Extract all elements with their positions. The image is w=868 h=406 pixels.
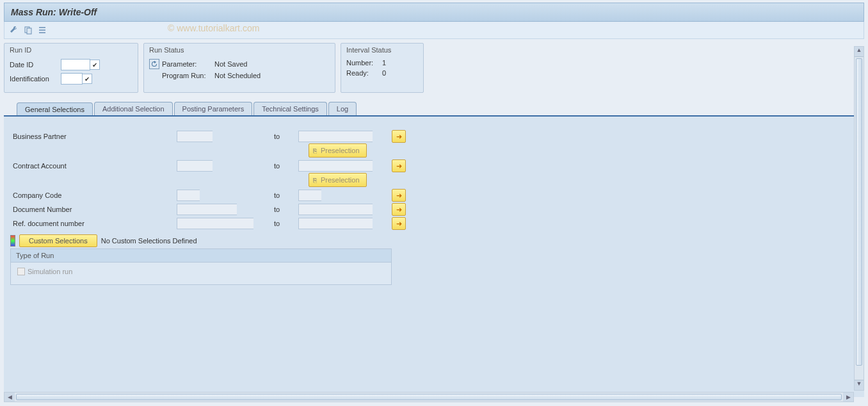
contract-account-from-input[interactable] xyxy=(177,160,213,172)
contract-account-multi-button[interactable]: ➜ xyxy=(392,159,406,172)
type-of-run-header: Type of Run xyxy=(11,249,391,263)
contract-account-label: Contract Account xyxy=(10,162,177,170)
to-label-dn: to xyxy=(259,206,298,213)
vertical-scrollbar[interactable]: ▲ ▼ xyxy=(854,46,864,391)
identification-input[interactable] xyxy=(61,73,83,85)
tab-additional-selection[interactable]: Additional Selection xyxy=(94,102,173,115)
header-panels: Run ID Date ID ✔ Identification ✔ Run St… xyxy=(4,43,864,93)
tab-general-selections[interactable]: General Selections xyxy=(17,102,93,116)
contract-account-preselection-button[interactable]: ⎘ Preselection xyxy=(309,173,367,187)
panel-interval-status: Interval Status Number: 1 Ready: 0 xyxy=(341,43,424,93)
document-number-label: Document Number xyxy=(10,206,177,213)
ref-document-number-multi-button[interactable]: ➜ xyxy=(392,217,406,230)
date-id-input[interactable] xyxy=(61,59,90,70)
company-code-from-input[interactable] xyxy=(177,190,200,201)
interval-ready-value: 0 xyxy=(382,69,386,77)
date-id-label: Date ID xyxy=(10,61,61,69)
tab-posting-parameters[interactable]: Posting Parameters xyxy=(174,102,253,115)
contract-account-to-input[interactable] xyxy=(298,160,373,172)
traffic-light-icon xyxy=(10,235,15,247)
panel-run-id-header: Run ID xyxy=(4,44,138,56)
company-code-label: Company Code xyxy=(10,191,177,199)
date-id-check-icon[interactable]: ✔ xyxy=(90,60,100,70)
scroll-down-arrow-icon[interactable]: ▼ xyxy=(855,380,864,390)
identification-check-icon[interactable]: ✔ xyxy=(82,74,92,84)
tool-icon-copy[interactable] xyxy=(22,24,34,36)
custom-selections-label: Custom Selections xyxy=(29,237,88,245)
parameter-label: Parameter: xyxy=(162,60,214,68)
program-run-value: Not Scheduled xyxy=(214,72,261,79)
to-label-cc: to xyxy=(259,191,298,199)
business-partner-to-input[interactable] xyxy=(298,131,373,142)
document-number-multi-button[interactable]: ➜ xyxy=(392,203,406,216)
parameter-value: Not Saved xyxy=(214,60,247,68)
tab-content-general: Business Partner to ➜ ⎘ Preselection Con… xyxy=(4,115,864,397)
preselection-label: Preselection xyxy=(321,147,360,154)
tab-strip: General Selections Additional Selection … xyxy=(4,102,864,115)
tab-technical-settings[interactable]: Technical Settings xyxy=(253,102,327,115)
identification-label: Identification xyxy=(10,75,61,83)
to-label-ca: to xyxy=(259,162,298,170)
custom-selections-status: No Custom Selections Defined xyxy=(101,237,197,245)
arrow-right-icon: ➜ xyxy=(396,162,402,170)
tool-icon-list[interactable] xyxy=(36,24,48,36)
panel-run-id: Run ID Date ID ✔ Identification ✔ xyxy=(4,43,138,93)
to-label-rdn: to xyxy=(259,220,298,227)
scroll-right-arrow-icon[interactable]: ▶ xyxy=(843,393,853,402)
custom-selections-button[interactable]: Custom Selections xyxy=(19,234,97,247)
interval-number-value: 1 xyxy=(382,59,386,67)
panel-interval-header: Interval Status xyxy=(341,44,423,56)
panel-run-status: Run Status Parameter: Not Saved Program … xyxy=(143,43,335,93)
to-label-bp: to xyxy=(259,133,298,140)
document-number-to-input[interactable] xyxy=(298,204,373,215)
simulation-run-label: Simulation run xyxy=(28,268,72,275)
refresh-icon[interactable] xyxy=(149,59,159,69)
window-title: Mass Run: Write-Off xyxy=(4,3,864,22)
watermark: © www.tutorialkart.com xyxy=(168,23,259,33)
preselection-icon: ⎘ xyxy=(313,147,317,154)
hscroll-thumb[interactable] xyxy=(16,394,842,400)
ref-document-number-to-input[interactable] xyxy=(298,218,373,229)
document-number-from-input[interactable] xyxy=(177,204,237,215)
business-partner-preselection-button[interactable]: ⎘ Preselection xyxy=(309,143,367,158)
type-of-run-group: Type of Run Simulation run xyxy=(10,248,392,285)
panel-run-status-header: Run Status xyxy=(144,44,335,56)
ref-document-number-from-input[interactable] xyxy=(177,218,253,229)
interval-ready-label: Ready: xyxy=(346,69,382,77)
scroll-up-arrow-icon[interactable]: ▲ xyxy=(855,47,864,57)
arrow-right-icon: ➜ xyxy=(396,220,402,228)
tab-log[interactable]: Log xyxy=(328,102,357,115)
page-title: Mass Run: Write-Off xyxy=(11,7,97,17)
program-run-label: Program Run: xyxy=(162,72,214,79)
tool-icon-wrench[interactable] xyxy=(8,24,20,36)
interval-number-label: Number: xyxy=(346,59,382,67)
preselection-icon: ⎘ xyxy=(313,177,317,184)
vscroll-thumb[interactable] xyxy=(856,58,862,366)
ref-document-number-label: Ref. document number xyxy=(10,220,177,227)
company-code-multi-button[interactable]: ➜ xyxy=(392,189,406,202)
arrow-right-icon: ➜ xyxy=(396,206,402,214)
business-partner-multi-button[interactable]: ➜ xyxy=(392,130,406,143)
arrow-right-icon: ➜ xyxy=(396,133,402,141)
company-code-to-input[interactable] xyxy=(298,190,321,201)
scroll-left-arrow-icon[interactable]: ◀ xyxy=(4,393,15,402)
application-toolbar: © www.tutorialkart.com xyxy=(4,22,864,39)
preselection-label: Preselection xyxy=(321,176,360,184)
business-partner-label: Business Partner xyxy=(10,133,177,140)
business-partner-from-input[interactable] xyxy=(177,131,213,142)
horizontal-scrollbar[interactable]: ◀ ▶ xyxy=(4,392,854,402)
simulation-run-checkbox xyxy=(17,268,25,275)
arrow-right-icon: ➜ xyxy=(396,191,402,200)
svg-rect-1 xyxy=(27,28,31,34)
